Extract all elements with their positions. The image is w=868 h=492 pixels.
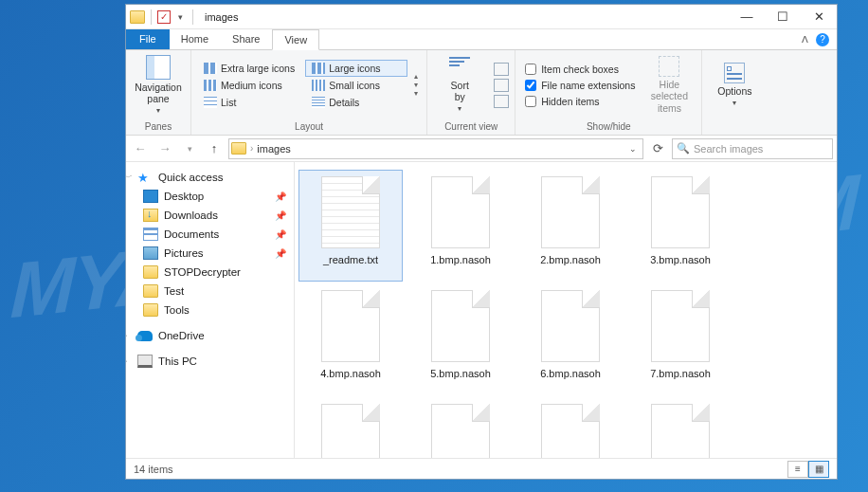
file-icon <box>651 404 710 458</box>
folder-icon <box>143 284 158 298</box>
file-list[interactable]: _readme.txt1.bmp.nasoh2.bmp.nasoh3.bmp.n… <box>295 162 837 458</box>
layout-large-icons[interactable]: Large icons <box>305 60 407 77</box>
file-icon <box>321 290 380 362</box>
documents-icon <box>143 228 158 241</box>
sidebar-item-documents[interactable]: Documents📌 <box>126 225 294 244</box>
back-button[interactable]: ← <box>130 138 151 159</box>
search-icon: 🔍 <box>677 142 690 155</box>
navigation-pane-button[interactable]: Navigation pane ▾ <box>132 55 185 115</box>
hide-selected-items-button[interactable]: Hide selected items <box>642 56 696 113</box>
group-label-panes: Panes <box>126 119 190 135</box>
qat-properties-icon[interactable]: ✓ <box>157 10 171 24</box>
sidebar-onedrive[interactable]: ›OneDrive <box>126 327 294 344</box>
file-item[interactable]: 2.bmp.nasoh <box>518 170 623 282</box>
layout-list[interactable]: List <box>197 94 301 111</box>
layout-medium-icons[interactable]: Medium icons <box>197 77 301 94</box>
qat-dropdown-icon[interactable]: ▾ <box>174 12 187 22</box>
pin-icon: 📌 <box>275 248 286 259</box>
file-icon <box>541 290 600 362</box>
quick-access-icon: ★ <box>137 171 153 184</box>
this-pc-icon <box>137 355 153 368</box>
view-details-button[interactable]: ≡ <box>787 461 808 478</box>
close-button[interactable]: ✕ <box>801 5 837 29</box>
file-item[interactable] <box>518 397 623 458</box>
desktop-icon <box>143 190 158 203</box>
sort-by-button[interactable]: Sort by ▾ <box>433 57 486 113</box>
separator <box>151 9 152 25</box>
layout-small-icons[interactable]: Small icons <box>305 77 407 94</box>
file-label: 1.bmp.nasoh <box>430 254 491 266</box>
group-label-show-hide: Show/hide <box>515 119 701 135</box>
recent-locations-button[interactable]: ▾ <box>179 138 200 159</box>
sidebar-quick-access[interactable]: ﹀★Quick access <box>126 168 294 187</box>
file-item[interactable]: 5.bmp.nasoh <box>408 283 513 395</box>
extra-large-icons-icon <box>204 63 217 74</box>
file-item[interactable]: 7.bmp.nasoh <box>628 283 732 395</box>
sidebar-item-folder[interactable]: STOPDecrypter <box>126 263 294 282</box>
layout-details[interactable]: Details <box>305 94 407 111</box>
ribbon-tabs: File Home Share View ᐱ ? <box>126 29 837 50</box>
layout-extra-large-icons[interactable]: Extra large icons <box>197 60 301 77</box>
chevron-down-icon: ▾ <box>732 99 736 107</box>
sort-icon <box>449 57 470 78</box>
minimize-button[interactable]: — <box>729 5 765 29</box>
refresh-button[interactable]: ⟳ <box>647 141 668 155</box>
item-check-boxes-checkbox[interactable]: Item check boxes <box>521 62 639 77</box>
file-item[interactable]: 3.bmp.nasoh <box>628 170 732 282</box>
layout-scroll[interactable]: ▴▾▾ <box>411 71 421 99</box>
text-file-icon <box>321 176 380 248</box>
options-button[interactable]: Options ▾ <box>708 63 761 107</box>
separator <box>192 9 193 25</box>
navigation-sidebar: ﹀★Quick access Desktop📌 Downloads📌 Docum… <box>126 162 295 458</box>
file-item[interactable]: _readme.txt <box>298 170 403 282</box>
file-item[interactable]: 8.bmp.nasoh <box>298 397 403 458</box>
chevron-down-icon: ▾ <box>156 106 160 115</box>
ribbon-group-options: Options ▾ <box>702 50 767 135</box>
group-by-icon[interactable] <box>494 63 509 76</box>
list-icon <box>204 97 217 108</box>
ribbon-group-current-view: Sort by ▾ Current view <box>427 50 515 135</box>
address-dropdown-icon[interactable]: ⌄ <box>625 144 641 154</box>
search-input[interactable]: 🔍 Search images <box>672 138 833 159</box>
sidebar-this-pc[interactable]: ›This PC <box>126 352 294 371</box>
file-item[interactable]: 4.bmp.nasoh <box>298 283 403 395</box>
maximize-button[interactable]: ☐ <box>765 5 801 29</box>
pin-icon: 📌 <box>275 191 286 202</box>
file-item[interactable]: 9.bmp.nasoh <box>408 397 513 458</box>
help-icon[interactable]: ? <box>816 33 829 46</box>
tab-file[interactable]: File <box>126 29 170 49</box>
file-name-extensions-checkbox[interactable]: File name extensions <box>521 78 639 93</box>
file-item[interactable] <box>628 397 732 458</box>
sidebar-item-downloads[interactable]: Downloads📌 <box>126 206 294 225</box>
sidebar-item-pictures[interactable]: Pictures📌 <box>126 244 294 263</box>
pin-icon: 📌 <box>275 210 286 221</box>
breadcrumb-current[interactable]: images <box>257 143 290 155</box>
address-bar[interactable]: › images ⌄ <box>228 138 643 159</box>
file-icon <box>651 290 710 362</box>
chevron-down-icon: ▾ <box>458 104 461 113</box>
file-label: 5.bmp.nasoh <box>430 368 491 380</box>
tab-home[interactable]: Home <box>170 29 221 49</box>
tab-share[interactable]: Share <box>221 29 272 49</box>
file-item[interactable]: 6.bmp.nasoh <box>518 283 623 395</box>
address-bar-row: ← → ▾ ↑ › images ⌄ ⟳ 🔍 Search images <box>126 136 837 162</box>
size-columns-icon[interactable] <box>494 95 509 108</box>
tab-view[interactable]: View <box>272 29 319 50</box>
sidebar-item-desktop[interactable]: Desktop📌 <box>126 187 294 206</box>
view-icons-button[interactable]: ▦ <box>808 461 829 478</box>
sidebar-item-folder[interactable]: Tools <box>126 301 294 319</box>
details-icon <box>312 97 325 108</box>
forward-button[interactable]: → <box>154 138 175 159</box>
file-icon <box>541 176 600 248</box>
pictures-icon <box>143 246 158 260</box>
ribbon-collapse-icon[interactable]: ᐱ <box>802 34 808 45</box>
file-item[interactable]: 1.bmp.nasoh <box>408 170 513 282</box>
status-bar: 14 items ≡ ▦ <box>126 458 837 479</box>
folder-icon <box>130 10 145 24</box>
hidden-items-checkbox[interactable]: Hidden items <box>521 94 639 109</box>
onedrive-icon <box>137 331 153 341</box>
add-columns-icon[interactable] <box>494 79 509 92</box>
group-label-layout: Layout <box>191 119 426 135</box>
sidebar-item-folder[interactable]: Test <box>126 282 294 301</box>
up-button[interactable]: ↑ <box>204 138 225 159</box>
